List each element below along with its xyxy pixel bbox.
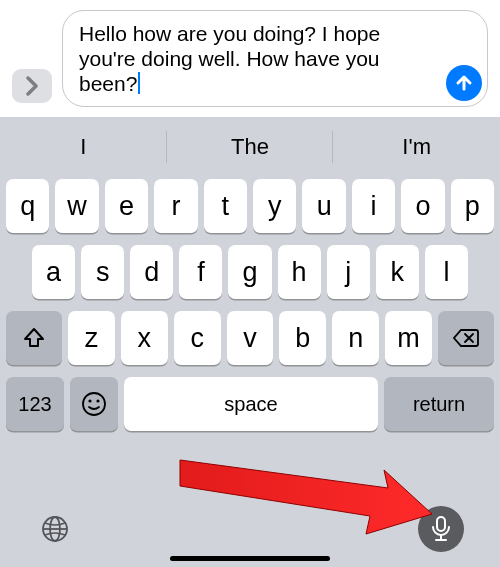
suggestion-bar: I The I'm: [0, 121, 500, 173]
backspace-key[interactable]: [438, 311, 494, 365]
numbers-key[interactable]: 123: [6, 377, 64, 431]
svg-point-1: [88, 399, 91, 402]
text-cursor: [138, 72, 140, 94]
return-key[interactable]: return: [384, 377, 494, 431]
key-row-3: z x c v b n m: [6, 311, 494, 365]
dictation-button[interactable]: [418, 506, 464, 552]
compose-area: Hello how are you doing? I hope you're d…: [0, 0, 500, 117]
key-row-1: q w e r t y u i o p: [6, 179, 494, 233]
svg-point-0: [83, 393, 105, 415]
key-n[interactable]: n: [332, 311, 379, 365]
key-r[interactable]: r: [154, 179, 197, 233]
key-h[interactable]: h: [278, 245, 321, 299]
globe-icon: [40, 514, 70, 544]
chevron-right-icon: [25, 76, 39, 96]
key-x[interactable]: x: [121, 311, 168, 365]
shift-icon: [22, 326, 46, 350]
apps-button[interactable]: [12, 69, 52, 103]
key-j[interactable]: j: [327, 245, 370, 299]
key-f[interactable]: f: [179, 245, 222, 299]
key-z[interactable]: z: [68, 311, 115, 365]
home-indicator[interactable]: [170, 556, 330, 561]
key-s[interactable]: s: [81, 245, 124, 299]
key-w[interactable]: w: [55, 179, 98, 233]
keyboard: I The I'm q w e r t y u i o p a s d f g …: [0, 117, 500, 567]
key-q[interactable]: q: [6, 179, 49, 233]
shift-key[interactable]: [6, 311, 62, 365]
send-button[interactable]: [446, 65, 482, 101]
message-text: Hello how are you doing? I hope you're d…: [79, 22, 380, 95]
key-i[interactable]: i: [352, 179, 395, 233]
suggestion-3[interactable]: I'm: [333, 121, 500, 173]
message-input[interactable]: Hello how are you doing? I hope you're d…: [62, 10, 488, 107]
key-a[interactable]: a: [32, 245, 75, 299]
microphone-icon: [429, 515, 453, 543]
key-y[interactable]: y: [253, 179, 296, 233]
arrow-up-icon: [454, 73, 474, 93]
key-d[interactable]: d: [130, 245, 173, 299]
key-v[interactable]: v: [227, 311, 274, 365]
key-u[interactable]: u: [302, 179, 345, 233]
key-l[interactable]: l: [425, 245, 468, 299]
key-row-4: 123 space return: [6, 377, 494, 431]
emoji-key[interactable]: [70, 377, 118, 431]
suggestion-1[interactable]: I: [0, 121, 167, 173]
key-o[interactable]: o: [401, 179, 444, 233]
key-p[interactable]: p: [451, 179, 494, 233]
key-k[interactable]: k: [376, 245, 419, 299]
svg-point-2: [96, 399, 99, 402]
key-m[interactable]: m: [385, 311, 432, 365]
suggestion-2[interactable]: The: [167, 121, 334, 173]
key-t[interactable]: t: [204, 179, 247, 233]
key-row-2: a s d f g h j k l: [6, 245, 494, 299]
key-c[interactable]: c: [174, 311, 221, 365]
emoji-icon: [81, 391, 107, 417]
key-g[interactable]: g: [228, 245, 271, 299]
globe-key[interactable]: [36, 510, 74, 548]
space-key[interactable]: space: [124, 377, 378, 431]
key-e[interactable]: e: [105, 179, 148, 233]
backspace-icon: [452, 327, 480, 349]
svg-rect-6: [437, 517, 445, 531]
key-b[interactable]: b: [279, 311, 326, 365]
